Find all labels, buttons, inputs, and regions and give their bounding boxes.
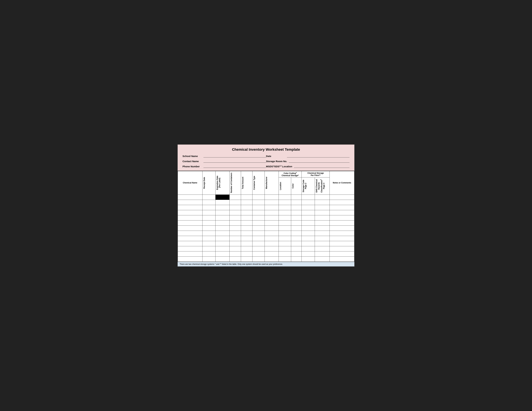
table-row <box>178 251 354 256</box>
col-header-storage-code: Storage CodePage 2 <box>302 177 315 195</box>
storage-room-field[interactable] <box>289 160 350 163</box>
msds-field[interactable] <box>294 165 350 168</box>
contact-name-row: Contact Name <box>182 160 266 163</box>
cell-total-amount[interactable] <box>241 195 252 200</box>
col-header-manufacturer: Manufacturer <box>265 171 279 195</box>
msds-sup1: 1 <box>273 165 274 167</box>
table-row <box>178 241 354 246</box>
table-row <box>178 256 354 262</box>
table-row <box>178 225 354 231</box>
col-header-notes: Notes or Comments <box>330 171 354 195</box>
cell-color[interactable] <box>291 195 302 200</box>
footer-note: There are two chemical storage systems *… <box>178 262 354 266</box>
date-label: Date <box>266 155 285 158</box>
date-field[interactable] <box>287 155 350 158</box>
col-header-location: Location <box>279 177 291 195</box>
col-header-num-containers: Number of Containers <box>229 171 241 195</box>
col-header-exp-date: Expiration Date(Per Label) <box>216 171 229 195</box>
col-header-ghs: GHS ChemicalHazardsClassification5Page 3 <box>315 177 330 195</box>
worksheet-page: Chemical Inventory Worksheet Template Sc… <box>177 144 355 267</box>
header-row-1: Chemical Name Receipt Date Expiration Da… <box>178 171 354 177</box>
col-header-receipt-date: Receipt Date <box>202 171 216 195</box>
inventory-table: Chemical Name Receipt Date Expiration Da… <box>178 171 354 262</box>
msds-sup2: 2,3 <box>279 165 282 167</box>
contact-name-label: Contact Name <box>182 160 202 163</box>
cell-container-type[interactable] <box>252 195 265 200</box>
msds-label: MSDS1/SDS2,3 Location <box>266 165 292 168</box>
cell-notes[interactable] <box>330 195 354 200</box>
date-row: Date <box>266 155 350 158</box>
phone-number-field[interactable] <box>203 165 266 168</box>
table-row <box>178 195 354 200</box>
storage-room-row: Storage Room No. <box>266 160 350 163</box>
cell-num-containers[interactable] <box>229 195 241 200</box>
table-row <box>178 200 354 205</box>
table-row <box>178 205 354 210</box>
storage-room-label: Storage Room No. <box>266 160 287 163</box>
col-header-total-amount: Total Amount <box>241 171 252 195</box>
table-row <box>178 231 354 236</box>
school-name-row: School Name <box>182 155 266 158</box>
cell-exp-date-black <box>216 195 229 200</box>
table-row <box>178 215 354 220</box>
col-header-color: Color <box>291 177 302 195</box>
page-title: Chemical Inventory Worksheet Template <box>182 148 350 152</box>
col-header-container-type: Container Type <box>252 171 265 195</box>
header-section: Chemical Inventory Worksheet Template Sc… <box>178 145 354 171</box>
col-header-chemical-name: Chemical Name <box>178 171 202 195</box>
cell-chemical-name[interactable] <box>178 195 202 200</box>
school-name-field[interactable] <box>203 155 266 158</box>
form-grid: School Name Date Contact Name Storage Ro… <box>182 155 350 168</box>
col-header-chem-storage-group: Chemical StoragePer Flinn** <box>302 171 330 177</box>
table-row <box>178 220 354 225</box>
phone-number-label: Phone Number <box>182 165 202 168</box>
cell-location[interactable] <box>279 195 291 200</box>
table-row <box>178 236 354 241</box>
table-row <box>178 246 354 251</box>
table-row <box>178 210 354 215</box>
phone-number-row: Phone Number <box>182 165 266 168</box>
cell-ghs[interactable] <box>315 195 330 200</box>
col-header-color-coding-group: Color Coding4Chemical Storage* <box>279 171 302 177</box>
cell-receipt-date[interactable] <box>202 195 216 200</box>
school-name-label: School Name <box>182 155 202 158</box>
msds-row: MSDS1/SDS2,3 Location <box>266 165 350 168</box>
cell-manufacturer[interactable] <box>265 195 279 200</box>
contact-name-field[interactable] <box>203 160 266 163</box>
table-wrapper: Chemical Name Receipt Date Expiration Da… <box>178 171 354 262</box>
cell-storage-code[interactable] <box>302 195 315 200</box>
